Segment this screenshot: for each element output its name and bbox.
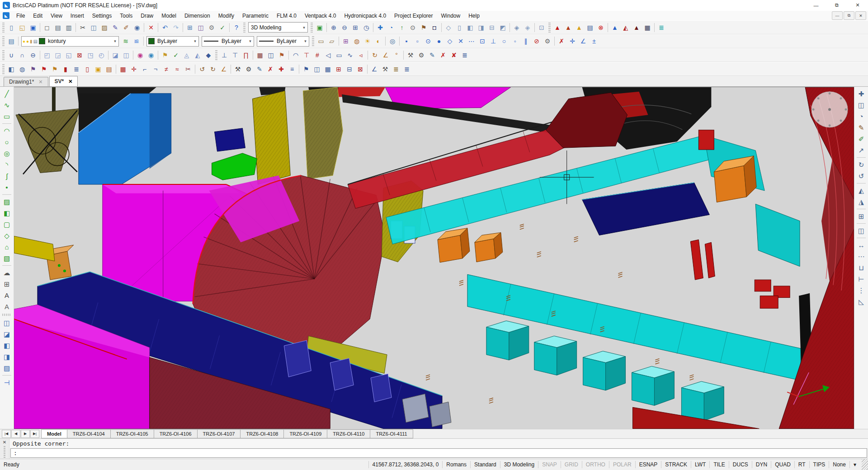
doc-pair-button[interactable]: ◫ (311, 64, 322, 75)
menu-parametric[interactable]: Parametric (238, 11, 273, 20)
cleanup-button[interactable]: ⚑ (160, 50, 170, 61)
menu-view[interactable]: View (47, 11, 66, 20)
solid-face-button[interactable]: ◭ (192, 50, 203, 61)
snap-none-button[interactable]: ⊘ (531, 36, 542, 47)
layers-gold-button[interactable]: ≣ (391, 64, 401, 75)
rotate-90-button[interactable]: ° (391, 50, 402, 61)
tool-config-button[interactable]: ⚙ (416, 50, 427, 61)
menu-draw[interactable]: Draw (137, 11, 157, 20)
extend-tool-button[interactable]: ⊢ (855, 273, 867, 285)
snap-quadrant-button[interactable]: ◇ (444, 36, 455, 47)
solid-rotate-button[interactable]: ◳ (85, 50, 96, 61)
ellipse-tool-button[interactable]: ◎ (1, 148, 13, 159)
sun-light-button[interactable]: ☀ (362, 36, 373, 47)
plot-preview-button[interactable]: ◻ (42, 22, 52, 33)
copy-button[interactable]: ◫ (88, 22, 99, 33)
viewport-single-button[interactable]: ⊡ (536, 22, 547, 33)
ellipse-arc-tool-button[interactable]: ◝ (1, 159, 13, 170)
new-file-button[interactable]: ▯ (6, 22, 17, 33)
sphere-color-2-button[interactable]: ◉ (146, 50, 156, 61)
sheet-tab-trz6-oi-4110[interactable]: TRZ6-OI-4110 (327, 429, 370, 438)
zoom-in-button[interactable]: ⊕ (328, 22, 339, 33)
save-file-button[interactable]: ▣ (28, 22, 38, 33)
sphere-color-1-button[interactable]: ◉ (135, 50, 146, 61)
solid-delete-button[interactable]: ⊠ (74, 50, 85, 61)
sheet-tab-trz6-oi-4109[interactable]: TRZ6-OI-4109 (283, 429, 327, 438)
sheet-tab-trz6-oi-4108[interactable]: TRZ6-OI-4108 (240, 429, 284, 438)
rotate-tool-button[interactable]: ↻ (855, 159, 867, 170)
shade-mode-2-button[interactable]: ◈ (522, 22, 533, 33)
solid-cap-button[interactable]: ◆ (203, 50, 214, 61)
snap-intersection-button[interactable]: ✕ (455, 36, 466, 47)
boundary-tool-button[interactable]: ▢ (1, 219, 13, 230)
mark-p2-button[interactable]: ✗ (265, 64, 276, 75)
sheet-tab-trz6-oi-4104[interactable]: TRZ6-OI-4104 (67, 429, 111, 438)
angle-90-button[interactable]: ∠ (218, 64, 229, 75)
shade-mode-button[interactable]: ◈ (511, 22, 522, 33)
status-tile[interactable]: TILE (709, 461, 728, 468)
vp-split-button[interactable]: ◭ (620, 22, 631, 33)
angle-tool-button[interactable]: ∠ (369, 64, 380, 75)
restore-button[interactable]: ⧉ (826, 0, 847, 11)
zoom-previous-button[interactable]: ◷ (361, 22, 372, 33)
cut-duct-button[interactable]: ✂ (183, 64, 193, 75)
intersect-button[interactable]: ⊖ (28, 50, 38, 61)
publish-button[interactable]: ▥ (63, 22, 74, 33)
layouts-button[interactable]: ◨ (476, 22, 486, 33)
spell-check-button[interactable]: ✓ (217, 22, 228, 33)
scale-tool-button[interactable]: ↗ (855, 145, 867, 156)
render-button[interactable]: ▣ (314, 22, 325, 33)
status-quad[interactable]: QUAD (771, 461, 794, 468)
toolbar-grip[interactable] (2, 23, 5, 33)
menu-window[interactable]: Window (437, 11, 464, 20)
cut-button[interactable]: ✂ (77, 22, 88, 33)
mtext-tool-button[interactable]: A (1, 301, 13, 312)
solid-shell-button[interactable]: ◱ (63, 50, 74, 61)
snap-center-button[interactable]: ⊙ (423, 36, 434, 47)
beam-column-button[interactable]: ⊤ (230, 50, 241, 61)
menu-ventpack-4-0[interactable]: Ventpack 4.0 (301, 11, 340, 20)
panel-red-button[interactable]: ▮ (60, 64, 71, 75)
toolbar-grip[interactable] (243, 23, 245, 33)
text-tool-button[interactable]: A (1, 290, 13, 301)
command-input[interactable]: : (10, 448, 867, 458)
grid-blue-button[interactable]: ▦ (322, 64, 333, 75)
tie-2-button[interactable]: ≈ (172, 64, 183, 75)
move-tool-button[interactable]: ✚ (855, 88, 867, 99)
vp-sphere-button[interactable]: ◍ (17, 64, 28, 75)
circle-tool-button[interactable]: ○ (1, 136, 13, 148)
beam-frame-button[interactable]: ∏ (241, 50, 251, 61)
snap-parallel-button[interactable]: ∥ (520, 36, 531, 47)
status-standard[interactable]: Standard (470, 461, 500, 468)
offset-tool-button[interactable]: ◔ (855, 111, 867, 122)
snap-insertion-button[interactable]: ⊡ (477, 36, 488, 47)
status-41567-8712-36368-2043-0[interactable]: 41567.8712, 36368.2043, 0 (368, 461, 443, 468)
mirror3d-tool-button[interactable]: ◮ (855, 196, 867, 207)
machine-person-button[interactable]: ⚑ (276, 50, 287, 61)
join-tool-button[interactable]: ⊔ (855, 262, 867, 273)
navigation-wheel[interactable] (811, 92, 848, 127)
vp-list-button[interactable]: ≣ (656, 22, 667, 33)
toolbar-grip[interactable] (311, 23, 313, 33)
match-brush-tool-button[interactable]: ✎ (855, 122, 867, 133)
xml-export-button[interactable]: ▤ (104, 64, 114, 75)
erase-button[interactable]: ✕ (146, 22, 156, 33)
menu-insert[interactable]: Insert (66, 11, 88, 20)
undo-button[interactable]: ↶ (160, 22, 170, 33)
duct-elbow-button[interactable]: ◠ (290, 50, 301, 61)
layer-new-state-button[interactable]: ≌ (131, 36, 142, 47)
status-grid[interactable]: GRID (561, 461, 582, 468)
status-lwt[interactable]: LWT (691, 461, 709, 468)
table-tool-button[interactable]: ⊞ (1, 278, 13, 290)
solid-extrude-button[interactable]: ◰ (42, 50, 52, 61)
draworder-under-button[interactable]: ◨ (1, 351, 13, 362)
qselect-button[interactable]: ◎ (387, 36, 398, 47)
toolbar-grip[interactable] (2, 64, 5, 74)
layers-explorer-button[interactable]: ▤ (6, 36, 17, 47)
snap-marker-button[interactable]: ± (589, 36, 599, 47)
menu-hydronicpack-4-0[interactable]: Hydronicpack 4.0 (340, 11, 390, 20)
format-painter-button[interactable]: ✐ (121, 22, 132, 33)
snap-tangent-button[interactable]: ○ (499, 36, 509, 47)
toolbar-grip[interactable] (215, 50, 217, 60)
menu-model[interactable]: Model (157, 11, 180, 20)
